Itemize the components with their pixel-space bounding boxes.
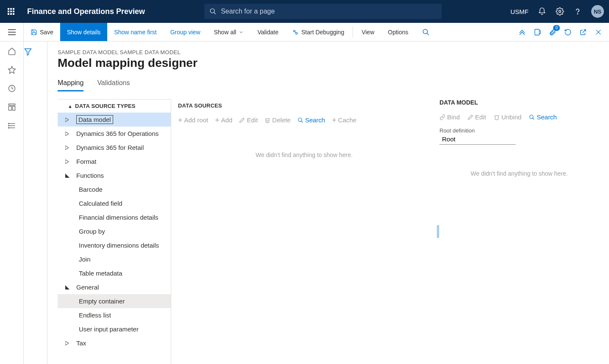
tree-item-label: Dynamics 365 for Retail — [76, 144, 144, 151]
breadcrumb: SAMPLE DATA MODEL SAMPLE DATA MODEL — [58, 49, 609, 55]
chevron-down-icon — [239, 30, 244, 35]
tree-item[interactable]: Dynamics 365 for Retail — [58, 141, 171, 154]
office-icon[interactable] — [533, 28, 542, 37]
caret-icon — [65, 341, 72, 345]
notifications-icon[interactable] — [538, 7, 546, 16]
svg-rect-16 — [8, 104, 15, 105]
tree-item-label: Financial dimensions details — [79, 214, 159, 221]
cache-button[interactable]: +Cache — [332, 116, 356, 124]
svg-marker-28 — [65, 146, 69, 150]
tree-item-label: Functions — [76, 172, 104, 179]
tree-item-label: Join — [79, 256, 91, 263]
tree-item[interactable]: Data model — [58, 113, 171, 127]
unbind-button[interactable]: Unbind — [494, 113, 522, 121]
data-model-panel: DATA MODEL Bind Edit Unbind Search Root … — [439, 99, 609, 364]
svg-rect-17 — [8, 106, 11, 110]
svg-line-10 — [427, 33, 429, 35]
user-avatar[interactable]: NS — [591, 5, 604, 18]
data-sources-header: DATA SOURCES — [178, 99, 430, 112]
svg-line-34 — [301, 121, 303, 122]
help-icon[interactable] — [573, 7, 582, 16]
close-icon[interactable] — [594, 28, 603, 37]
show-name-first-button[interactable]: Show name first — [107, 23, 163, 41]
tree-item[interactable]: Financial dimensions details — [58, 210, 171, 224]
recent-icon[interactable] — [7, 84, 17, 93]
validate-button[interactable]: Validate — [250, 23, 285, 41]
start-debugging-button[interactable]: Start Debugging — [285, 23, 351, 41]
tree-item[interactable]: Group by — [58, 224, 171, 238]
home-icon[interactable] — [7, 47, 17, 56]
show-all-dropdown[interactable]: Show all — [207, 23, 251, 41]
group-view-button[interactable]: Group view — [164, 23, 207, 41]
svg-marker-30 — [65, 174, 70, 178]
save-button[interactable]: Save — [24, 23, 60, 41]
delete-button[interactable]: Delete — [264, 116, 290, 124]
show-details-button[interactable]: Show details — [60, 23, 107, 41]
debug-icon — [292, 29, 299, 36]
svg-marker-25 — [25, 49, 31, 55]
tree-item-label: Inventory dimensions details — [79, 242, 159, 249]
caret-icon — [65, 146, 72, 150]
svg-rect-11 — [535, 29, 539, 35]
tree-item-label: Barcode — [79, 186, 103, 193]
company-code[interactable]: USMF — [511, 8, 529, 15]
app-launcher-icon[interactable] — [5, 6, 19, 17]
tree-item[interactable]: Tax — [58, 336, 171, 350]
ds-search-button[interactable]: Search — [298, 116, 325, 124]
popout-icon[interactable] — [578, 28, 588, 37]
page-title: Model mapping designer — [58, 56, 609, 70]
tree-item-label: Dynamics 365 for Operations — [76, 130, 159, 137]
tree-item[interactable]: Format — [58, 154, 171, 168]
tree-item[interactable]: Endless list — [58, 308, 171, 322]
link-icon[interactable] — [517, 28, 527, 37]
global-search-input[interactable] — [221, 8, 437, 15]
find-button[interactable] — [415, 23, 437, 41]
tree-item[interactable]: Barcode — [58, 182, 171, 196]
dm-search-button[interactable]: Search — [529, 113, 557, 121]
edit-button[interactable]: Edit — [239, 116, 258, 124]
tree-item[interactable]: Table metadata — [58, 266, 171, 280]
svg-marker-31 — [65, 285, 70, 290]
data-model-empty: We didn't find anything to show here. — [439, 170, 599, 177]
refresh-icon[interactable] — [563, 28, 573, 37]
filter-icon[interactable] — [24, 47, 47, 56]
tree-item-label: Empty container — [79, 298, 125, 305]
view-menu[interactable]: View — [355, 23, 381, 41]
tree-item-label: General — [76, 284, 99, 291]
svg-point-2 — [559, 11, 561, 13]
main-area: SAMPLE DATA MODEL SAMPLE DATA MODEL Mode… — [0, 41, 609, 364]
tree-item[interactable]: Calculated field — [58, 196, 171, 210]
svg-point-0 — [210, 9, 214, 13]
tab-mapping[interactable]: Mapping — [58, 79, 83, 91]
app-title: Finance and Operations Preview — [27, 7, 145, 16]
global-search[interactable] — [204, 4, 442, 19]
search-icon — [422, 28, 430, 36]
tree-item[interactable]: User input parameter — [58, 322, 171, 336]
tree-item[interactable]: Inventory dimensions details — [58, 238, 171, 252]
favorites-icon[interactable] — [7, 65, 17, 74]
trash-icon — [264, 117, 270, 123]
modules-icon[interactable] — [7, 121, 17, 130]
svg-marker-29 — [65, 160, 69, 164]
options-menu[interactable]: Options — [381, 23, 415, 41]
tree-item[interactable]: General — [58, 280, 171, 294]
tab-validations[interactable]: Validations — [97, 79, 130, 91]
tree-item[interactable]: Join — [58, 252, 171, 266]
tree-item[interactable]: Dynamics 365 for Operations — [58, 127, 171, 141]
add-button[interactable]: +Add — [215, 116, 232, 124]
attachments-icon[interactable]: 0 — [548, 28, 557, 37]
tree-item-label: Group by — [79, 228, 105, 235]
add-root-button[interactable]: +Add root — [178, 116, 208, 124]
caret-icon — [65, 160, 72, 164]
svg-marker-26 — [65, 118, 69, 122]
tree-item[interactable]: Functions — [58, 168, 171, 182]
root-definition-input[interactable] — [439, 134, 516, 145]
workspaces-icon[interactable] — [7, 102, 17, 112]
bind-button[interactable]: Bind — [439, 113, 460, 121]
svg-line-1 — [214, 12, 216, 14]
tree-item[interactable]: Empty container — [58, 294, 171, 308]
settings-icon[interactable] — [556, 7, 564, 16]
nav-toggle-button[interactable] — [0, 23, 24, 41]
caret-icon — [65, 174, 72, 178]
dm-edit-button[interactable]: Edit — [467, 113, 486, 121]
